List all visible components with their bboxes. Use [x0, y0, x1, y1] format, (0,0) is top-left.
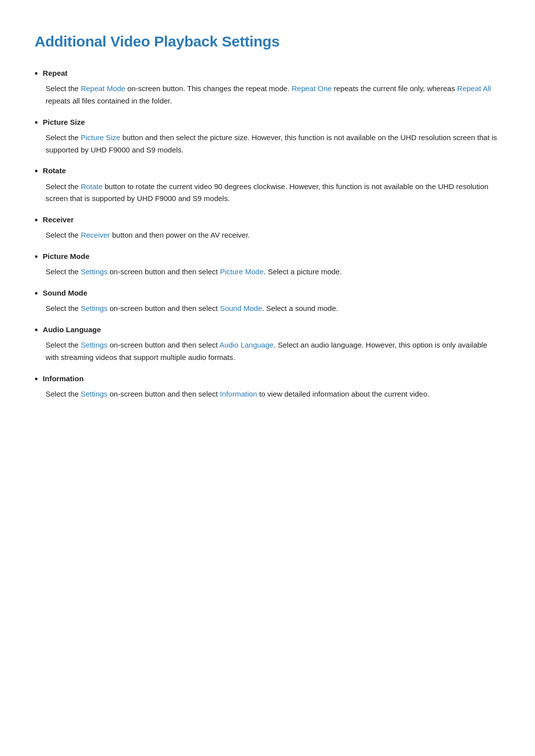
link-rotate[interactable]: Rotate: [81, 182, 103, 191]
item-description-information: Select the Settings on-screen button and…: [46, 388, 500, 401]
list-item-picture-size: •Picture SizeSelect the Picture Size but…: [35, 116, 500, 156]
item-label-picture-mode: Picture Mode: [43, 251, 89, 262]
page-title: Additional Video Playback Settings: [35, 30, 500, 53]
item-description-rotate: Select the Rotate button to rotate the c…: [46, 181, 500, 205]
link-settings[interactable]: Settings: [81, 390, 107, 398]
list-item-picture-mode: •Picture ModeSelect the Settings on-scre…: [35, 251, 500, 278]
item-label-information: Information: [43, 373, 84, 385]
settings-list: •RepeatSelect the Repeat Mode on-screen …: [35, 67, 500, 401]
item-header-repeat: •Repeat: [35, 67, 500, 80]
list-item-repeat: •RepeatSelect the Repeat Mode on-screen …: [35, 67, 500, 107]
bullet-icon: •: [35, 214, 38, 226]
bullet-icon: •: [35, 373, 38, 385]
item-label-sound-mode: Sound Mode: [43, 287, 87, 299]
link-repeat-mode[interactable]: Repeat Mode: [81, 84, 125, 93]
item-label-receiver: Receiver: [43, 214, 74, 226]
bullet-icon: •: [35, 165, 38, 177]
link-repeat-all[interactable]: Repeat All: [457, 84, 491, 93]
link-sound-mode[interactable]: Sound Mode: [220, 304, 262, 312]
item-description-sound-mode: Select the Settings on-screen button and…: [46, 302, 500, 315]
list-item-audio-language: •Audio LanguageSelect the Settings on-sc…: [35, 324, 500, 364]
item-header-information: •Information: [35, 373, 500, 385]
item-description-receiver: Select the Receiver button and then powe…: [46, 229, 500, 242]
link-settings[interactable]: Settings: [81, 341, 107, 349]
list-item-information: •InformationSelect the Settings on-scree…: [35, 373, 500, 401]
item-description-repeat: Select the Repeat Mode on-screen button.…: [46, 83, 500, 107]
item-header-audio-language: •Audio Language: [35, 324, 500, 336]
item-description-audio-language: Select the Settings on-screen button and…: [46, 339, 500, 364]
link-picture-size[interactable]: Picture Size: [81, 133, 120, 142]
item-label-picture-size: Picture Size: [43, 116, 85, 128]
bullet-icon: •: [35, 116, 38, 129]
list-item-rotate: •RotateSelect the Rotate button to rotat…: [35, 165, 500, 205]
link-settings[interactable]: Settings: [81, 267, 107, 276]
link-settings[interactable]: Settings: [81, 304, 107, 312]
item-header-receiver: •Receiver: [35, 214, 500, 226]
item-description-picture-size: Select the Picture Size button and then …: [46, 132, 500, 156]
link-information[interactable]: Information: [220, 390, 257, 398]
link-picture-mode[interactable]: Picture Mode: [220, 267, 264, 276]
bullet-icon: •: [35, 67, 38, 80]
link-receiver[interactable]: Receiver: [81, 231, 110, 239]
item-header-picture-size: •Picture Size: [35, 116, 500, 129]
list-item-sound-mode: •Sound ModeSelect the Settings on-screen…: [35, 287, 500, 315]
item-label-rotate: Rotate: [43, 165, 66, 177]
item-label-repeat: Repeat: [43, 67, 67, 79]
item-header-rotate: •Rotate: [35, 165, 500, 177]
item-header-sound-mode: •Sound Mode: [35, 287, 500, 300]
link-repeat-one[interactable]: Repeat One: [292, 84, 332, 93]
item-description-picture-mode: Select the Settings on-screen button and…: [46, 266, 500, 278]
link-audio-language[interactable]: Audio Language: [219, 341, 273, 349]
list-item-receiver: •ReceiverSelect the Receiver button and …: [35, 214, 500, 242]
item-header-picture-mode: •Picture Mode: [35, 251, 500, 263]
bullet-icon: •: [35, 287, 38, 300]
item-label-audio-language: Audio Language: [43, 324, 101, 336]
bullet-icon: •: [35, 251, 38, 263]
bullet-icon: •: [35, 324, 38, 336]
